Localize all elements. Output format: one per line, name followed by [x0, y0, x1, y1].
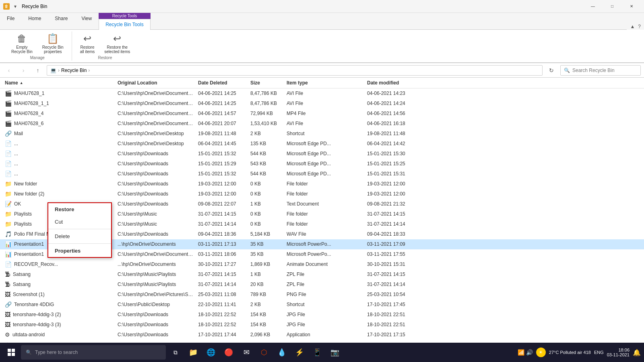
file-type: Shortcut	[285, 301, 365, 308]
maximize-button[interactable]: □	[603, 0, 621, 13]
file-location: C:\Users\hp\OneDrive\Documents\Adob...	[116, 110, 196, 117]
breadcrumb-recycle[interactable]: Recycle Bin	[61, 68, 87, 73]
context-properties[interactable]: Properties	[48, 245, 111, 257]
table-row[interactable]: 📄 ... C:\Users\hp\Downloads 15-01-2021 1…	[0, 159, 644, 169]
table-row[interactable]: 📁 New folder C:\Users\hp\Downloads 19-03…	[0, 179, 644, 189]
up-button[interactable]: ↑	[32, 65, 43, 76]
tab-recyclebin[interactable]: Recycle Bin Tools	[99, 19, 151, 30]
table-row[interactable]: 🎬 MAH07628_6 C:\Users\hp\OneDrive\Docume…	[0, 119, 644, 129]
table-row[interactable]: ⚙ ultdata-android C:\Users\hp\Downloads …	[0, 330, 644, 340]
file-type: ZPL File	[285, 271, 365, 278]
table-row[interactable]: 📄 ... C:\Users\hp\Downloads 15-01-2021 1…	[0, 169, 644, 179]
dropbox-button[interactable]: 💧	[274, 344, 290, 360]
file-location: C:\Users\hp\OneDrive\Desktop	[116, 140, 196, 147]
table-row[interactable]: 🖼 tenorshare-4ddig-3 (2) C:\Users\hp\Dow…	[0, 310, 644, 320]
forward-button[interactable]: ›	[18, 65, 29, 76]
file-date-deleted: 19-03-2021 12:00	[196, 190, 249, 197]
file-date-deleted: 15-01-2021 15:29	[196, 160, 249, 167]
col-date-deleted[interactable]: Date Deleted	[196, 79, 249, 86]
file-icon: 📄	[5, 150, 12, 157]
chrome-button[interactable]: 🔴	[221, 344, 237, 360]
tab-file[interactable]: File	[0, 13, 21, 30]
context-cut[interactable]: Cut	[48, 216, 111, 228]
ribbon-collapse[interactable]: ▲	[630, 24, 635, 29]
breadcrumb-computer[interactable]: 💻	[50, 68, 56, 73]
task-view-button[interactable]: ⧉	[167, 344, 184, 360]
file-location: C:\Users\hp\Downloads	[116, 160, 196, 167]
table-row[interactable]: 🔗 Tenorshare 4DDiG C:\Users\Public\Deskt…	[0, 300, 644, 310]
col-item-type[interactable]: Item type	[285, 79, 365, 86]
camera-button[interactable]: 📷	[327, 344, 343, 360]
file-location: C:\Users\hp\Downloads	[116, 321, 196, 328]
tab-share[interactable]: Share	[48, 13, 74, 30]
table-row[interactable]: 📄 ... C:\Users\hp\Downloads 15-01-2021 1…	[0, 149, 644, 159]
col-original-location[interactable]: Original Location	[116, 79, 196, 86]
col-name[interactable]: Name ▲	[3, 79, 116, 86]
file-location: C:\Users\hp\Downloads	[116, 170, 196, 177]
refresh-button[interactable]: ↻	[546, 65, 557, 76]
table-row[interactable]: 🎬 MAH07628_1_1 C:\Users\hp\OneDrive\Docu…	[0, 99, 644, 109]
file-date-deleted: 09-04-2021 18:36	[196, 230, 249, 238]
col-size[interactable]: Size	[249, 79, 285, 86]
file-date-deleted: 04-06-2021 14:25	[196, 90, 249, 97]
table-row[interactable]: 🗜 Satsang C:\Users\hp\Music\Playlists 31…	[0, 280, 644, 290]
stripe-button[interactable]: ⚡	[291, 344, 308, 360]
table-row[interactable]: 🗜 Satsang C:\Users\hp\Music\Playlists 31…	[0, 269, 644, 280]
svg-rect-3	[12, 353, 15, 356]
office-button[interactable]: ⬡	[256, 344, 272, 360]
back-button[interactable]: ‹	[3, 65, 14, 76]
restore-selected-button[interactable]: ↩ Restore theselected items	[101, 31, 133, 56]
edge-button[interactable]: 🌐	[203, 344, 219, 360]
notification-icon[interactable]: 🔔	[633, 349, 641, 356]
file-type: JPG File	[285, 311, 365, 318]
empty-recycle-bin-button[interactable]: 🗑 EmptyRecycle Bin	[8, 31, 36, 56]
table-row[interactable]: 🖼 tenorshare-4ddig-3 (3) C:\Users\hp\Dow…	[0, 320, 644, 330]
start-button[interactable]	[3, 344, 19, 360]
minimize-button[interactable]: —	[584, 0, 602, 13]
recycle-tools-label: Recycle Tools	[99, 13, 151, 19]
file-size: 2 KB	[249, 301, 285, 308]
recycle-properties-button[interactable]: 📋 Recycle Binproperties	[39, 31, 67, 56]
table-row[interactable]: 🎬 MAH07628_4 C:\Users\hp\OneDrive\Docume…	[0, 109, 644, 119]
table-row[interactable]: 🎬 MAHU7628_1 C:\Users\hp\OneDrive\Docume…	[0, 88, 644, 99]
phone-button[interactable]: 📱	[309, 344, 325, 360]
tab-view[interactable]: View	[74, 13, 99, 30]
context-restore[interactable]: Restore	[48, 203, 111, 216]
table-row[interactable]: 🖼 Screenshot (1) C:\Users\hp\OneDrive\Pi…	[0, 290, 644, 300]
search-input[interactable]	[572, 68, 637, 73]
table-row[interactable]: 📄 ... C:\Users\hp\OneDrive\Desktop 06-04…	[0, 139, 644, 149]
file-date-deleted: 15-01-2021 15:32	[196, 150, 249, 157]
mail-button[interactable]: ✉	[238, 344, 254, 360]
table-row[interactable]: 🔗 Mail C:\Users\hp\OneDrive\Desktop 19-0…	[0, 129, 644, 139]
file-size: 0 KB	[249, 190, 285, 197]
file-name: Mail	[14, 131, 23, 136]
ribbon-help[interactable]: ?	[638, 24, 641, 29]
table-row[interactable]: 📄 RECOVER_Recov... ...\hp\OneDrive\Docum…	[0, 259, 644, 269]
context-delete[interactable]: Delete	[48, 230, 111, 243]
search-box[interactable]: 🔍	[560, 65, 641, 76]
taskbar-clock: 18:06 03-11-2021	[607, 348, 630, 357]
col-date-modified[interactable]: Date modified	[365, 79, 430, 86]
file-explorer-button[interactable]: 📁	[185, 344, 201, 360]
file-type: AVI File	[285, 120, 365, 127]
taskbar-search[interactable]: 🔍 Type here to search	[21, 345, 166, 360]
tab-home[interactable]: Home	[21, 13, 48, 30]
table-row[interactable]: 📁 New folder (2) C:\Users\hp\Downloads 1…	[0, 189, 644, 199]
file-location: C:\Users\hp\OneDrive\Desktop	[116, 130, 196, 137]
close-button[interactable]: ✕	[622, 0, 641, 13]
file-date-modified: 17-10-2021 17:45	[365, 301, 430, 308]
restore-all-button[interactable]: ↩ Restoreall items	[77, 31, 98, 56]
file-size: 0 KB	[249, 220, 285, 228]
breadcrumb[interactable]: 💻 › Recycle Bin ›	[47, 65, 543, 76]
file-location: C:\Users\hp\OneDrive\Documents\Adob...	[116, 120, 196, 127]
file-location: C:\Users\hp\Downloads	[116, 190, 196, 197]
file-icon: 📁	[5, 221, 12, 227]
ribbon-content: 🗑 EmptyRecycle Bin 📋 Recycle Binproperti…	[0, 30, 644, 63]
file-type: File folder	[285, 210, 365, 218]
file-date-modified: 06-04-2021 14:42	[365, 140, 430, 147]
context-menu: Restore Cut Delete Properties	[47, 202, 112, 258]
file-icon: ⚙	[5, 331, 10, 338]
svg-rect-1	[12, 349, 15, 352]
customize-qa[interactable]: ▾	[11, 2, 19, 10]
file-type: File folder	[285, 180, 365, 187]
